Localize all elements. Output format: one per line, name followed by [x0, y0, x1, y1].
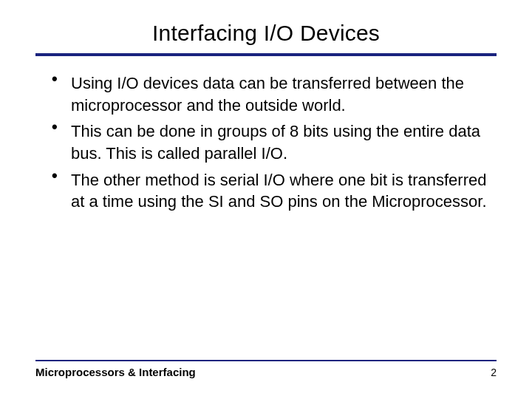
footer: Microprocessors & Interfacing 2	[35, 360, 497, 378]
bullet-item: This can be done in groups of 8 bits usi…	[52, 120, 497, 164]
footer-divider	[35, 360, 497, 361]
bullet-list: Using I/O devices data can be transferre…	[35, 72, 497, 213]
slide-title: Interfacing I/O Devices	[35, 21, 497, 46]
bullet-item: The other method is serial I/O where one…	[52, 169, 497, 213]
title-divider	[35, 53, 497, 56]
page-number: 2	[491, 366, 497, 378]
bullet-item: Using I/O devices data can be transferre…	[52, 72, 497, 116]
footer-row: Microprocessors & Interfacing 2	[35, 366, 497, 378]
slide: Interfacing I/O Devices Using I/O device…	[0, 0, 532, 399]
footer-text: Microprocessors & Interfacing	[35, 366, 196, 378]
